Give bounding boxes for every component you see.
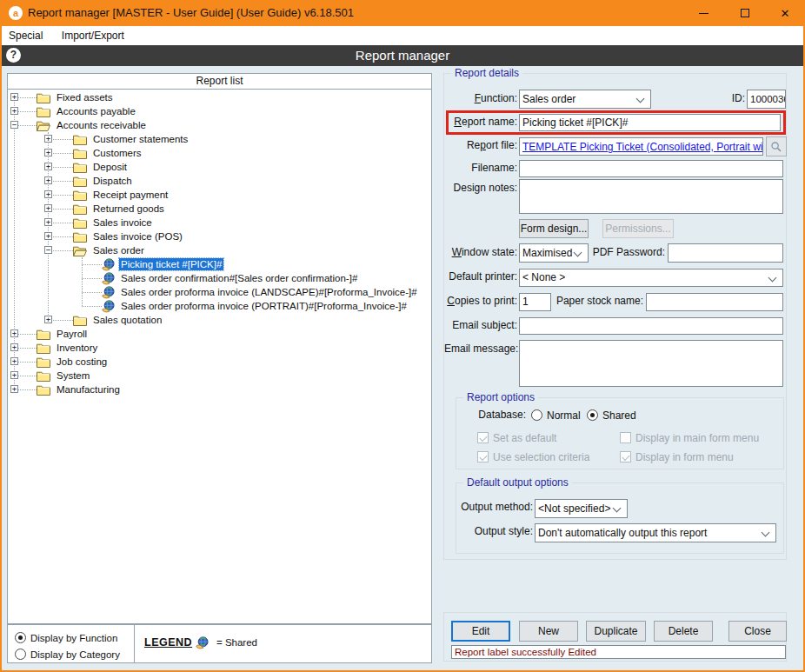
report-tree[interactable]: +Fixed assets+Accounts payable−Accounts … [8,90,431,623]
tree-expander-plus[interactable]: + [44,204,52,212]
tree-item[interactable]: +Sales invoice [8,216,431,230]
copies-input[interactable]: 1 [519,293,551,311]
tree-item-label[interactable]: Inventory [55,342,99,354]
filename-input[interactable] [519,160,783,177]
output-method-select[interactable]: <Not specified> [535,499,628,518]
tree-item-label[interactable]: Payroll [55,328,89,340]
tree-item[interactable]: +Customers [8,146,431,160]
tree-item-label[interactable]: Customers [91,147,143,159]
tree-item-label[interactable]: Deposit [91,161,129,173]
email-subject-input[interactable] [519,317,783,335]
tree-item-label[interactable]: Accounts receivable [55,119,148,131]
menubar: Special Import/Export [2,26,803,45]
tree-expander-minus[interactable]: − [44,246,52,254]
pdf-password-input[interactable] [668,243,783,263]
tree-item[interactable]: Sales order proforma invoice (LANDSCAPE)… [8,285,431,299]
display-by-function-radio[interactable] [15,632,26,643]
database-normal-radio[interactable] [531,409,542,421]
id-input[interactable]: 1000036 [747,90,786,109]
tree-item[interactable]: +Dispatch [8,174,431,188]
tree-item[interactable]: +Manufacturing [8,383,431,396]
tree-item-label[interactable]: Customer statements [91,133,190,145]
tree-item-label[interactable]: Sales order proforma invoice (LANDSCAPE)… [119,286,419,298]
tree-item[interactable]: +Sales quotation [8,313,431,327]
close-window-button[interactable]: ✕ [772,0,798,26]
maximize-button[interactable] [732,0,758,26]
edit-button[interactable]: Edit [451,621,510,642]
tree-item-label[interactable]: Sales order proforma invoice (PORTRAIT)#… [119,300,409,312]
report-file-link[interactable]: TEMPLATE Picking Ticket (Consolidated, P… [519,137,763,156]
tree-item[interactable]: +Deposit [8,160,431,174]
default-printer-select[interactable]: < None > [519,269,783,287]
tree-item-label[interactable]: Accounts payable [55,105,137,117]
paper-stock-input[interactable] [646,293,783,311]
form-design-button[interactable]: Form design... [519,219,589,238]
delete-button[interactable]: Delete [654,621,713,642]
tree-item-label[interactable]: System [55,369,91,382]
tree-item[interactable]: +Returned goods [8,202,431,216]
report-options-legend: Report options [463,391,538,403]
tree-item-label[interactable]: Fixed assets [55,91,115,103]
tree-item[interactable]: +Receipt payment [8,188,431,202]
tree-expander-plus[interactable]: + [44,232,52,240]
tree-expander-plus[interactable]: + [44,218,52,226]
tree-expander-plus[interactable]: + [44,135,52,143]
tree-item-label[interactable]: Sales order confirmation#[Sales order co… [119,272,359,284]
folder-icon [73,230,87,243]
shared-icon [196,636,209,653]
tree-item-label[interactable]: Receipt payment [91,189,170,201]
tree-item[interactable]: +Fixed assets [8,90,431,104]
menu-special[interactable]: Special [9,26,43,45]
tree-expander-minus[interactable]: − [10,121,18,129]
tree-item[interactable]: −Sales order [8,243,431,257]
tree-expander-plus[interactable]: + [10,357,18,365]
tree-item-label[interactable]: Sales invoice [91,216,154,229]
tree-item[interactable]: +Job costing [8,355,431,369]
tree-item[interactable]: +Accounts payable [8,104,431,118]
report-file-search-button[interactable] [766,136,787,156]
tree-item-label[interactable]: Job costing [55,356,109,368]
tree-expander-plus[interactable]: + [44,163,52,170]
email-message-textarea[interactable] [519,340,783,387]
tree-item[interactable]: +System [8,369,431,383]
report-name-input[interactable]: Picking ticket #[PICK]# [519,114,781,131]
tree-item[interactable]: Picking ticket #[PICK]# [8,257,431,271]
tree-item-label[interactable]: Sales order [91,244,146,256]
tree-item[interactable]: Sales order proforma invoice (PORTRAIT)#… [8,299,431,313]
tree-item[interactable]: +Inventory [8,341,431,355]
tree-expander-plus[interactable]: + [10,343,18,351]
minimize-button[interactable] [690,0,716,26]
tree-item[interactable]: +Customer statements [8,132,431,146]
output-style-select[interactable]: Don't automatically output this report [535,523,776,542]
tree-expander-plus[interactable]: + [10,371,18,379]
tree-expander-plus[interactable]: + [10,93,18,101]
duplicate-button[interactable]: Duplicate [586,621,646,642]
tree-expander-plus[interactable]: + [44,316,52,323]
menu-import-export[interactable]: Import/Export [62,26,124,45]
tree-item-label[interactable]: Manufacturing [55,383,122,396]
display-by-category-radio[interactable] [15,649,26,660]
tree-item[interactable]: Sales order confirmation#[Sales order co… [8,271,431,285]
database-shared-radio[interactable] [587,409,598,421]
tree-expander-plus[interactable]: + [44,149,52,156]
tree-item-label[interactable]: Dispatch [91,175,134,187]
tree-expander-plus[interactable]: + [10,329,18,337]
close-button[interactable]: Close [728,621,787,642]
tree-item[interactable]: +Sales invoice (POS) [8,230,431,243]
tree-item-label[interactable]: Picking ticket #[PICK]# [119,258,223,270]
tree-item[interactable]: −Accounts receivable [8,118,431,132]
tree-expander-plus[interactable]: + [44,176,52,184]
design-notes-textarea[interactable] [519,179,783,214]
tree-item-label[interactable]: Sales invoice (POS) [91,230,184,243]
new-button[interactable]: New [519,621,578,642]
tree-expander-plus[interactable]: + [10,107,18,115]
function-label: Function: [444,90,517,108]
function-select[interactable]: Sales order [519,90,651,109]
tree-expander-plus[interactable]: + [10,385,18,393]
tree-item[interactable]: +Payroll [8,327,431,341]
window-state-select[interactable]: Maximised [519,243,589,263]
tree-expander-plus[interactable]: + [44,190,52,198]
database-label: Database: [465,408,526,422]
tree-item-label[interactable]: Returned goods [91,203,166,215]
tree-item-label[interactable]: Sales quotation [91,314,163,326]
